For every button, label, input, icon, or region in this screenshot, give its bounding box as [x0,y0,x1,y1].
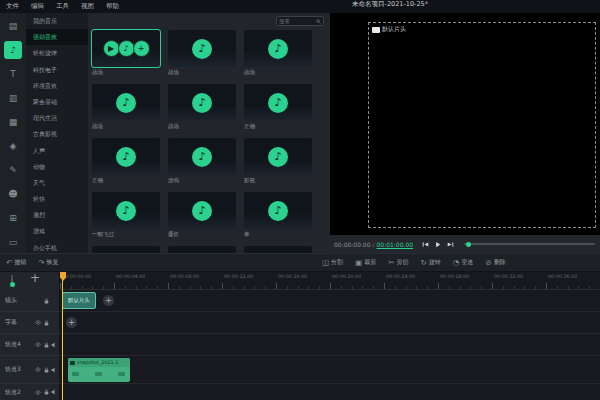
lane-track3[interactable]: snapshot_2021-1 [60,356,600,384]
audio-thumbnail[interactable]: ♪ ▶ ♪ + [244,192,312,229]
clip-handle[interactable] [72,372,79,376]
audio-thumbnail[interactable]: ♪ ▶ ♪ + [168,138,236,175]
menu-item[interactable]: 文件 [6,2,19,11]
audio-item[interactable]: ♪ ▶ ♪ + 游戏 [168,138,236,192]
audio-thumbnail[interactable]: ♪ ▶ ♪ + [92,84,160,121]
search-box[interactable] [276,16,324,26]
add-subtitle-button[interactable]: + [66,317,77,328]
eye-icon[interactable] [35,367,41,372]
tool-button[interactable]: ▣ 裁剪 [355,258,376,267]
redo-button[interactable]: ↷ 恢复 [38,258,58,267]
audio-thumbnail[interactable]: ♪ ▶ ♪ + [244,246,312,253]
speaker-icon[interactable] [51,389,57,395]
add-clip-button[interactable]: + [103,295,114,306]
eye-icon[interactable] [35,390,41,395]
lane-camera[interactable]: 默认片头 + [60,290,600,312]
category-item[interactable]: 强劲音效 [26,29,88,45]
category-item[interactable]: 科技电子 [26,62,88,78]
titles-icon[interactable]: T [4,65,22,83]
lock-icon[interactable] [44,320,49,326]
timeline-zoom-slider[interactable] [11,275,13,287]
category-item[interactable]: 天气 [26,175,88,191]
menu-item[interactable]: 帮助 [106,2,119,11]
category-item[interactable]: 轻快 [26,191,88,207]
tool-button[interactable]: ◫ 分割 [322,258,343,267]
category-item[interactable]: 动物 [26,159,88,175]
track-header[interactable]: 轨道4 [0,334,60,356]
tool-button[interactable]: ✂ 剪切 [388,258,408,267]
media-icon[interactable]: ▤ [4,17,22,35]
audio-item[interactable]: ♪ ▶ ♪ + 战场 [92,30,160,84]
audio-item[interactable]: ♪ ▶ ♪ + 一颗飞过 [92,192,160,246]
speaker-icon[interactable] [51,367,57,373]
audio-thumbnail[interactable]: ♪ ▶ ♪ + [244,30,312,67]
audio-thumbnail[interactable]: ♪ ▶ ♪ + [92,138,160,175]
slider-knob[interactable] [466,242,471,247]
clip-handle[interactable] [118,372,125,376]
eye-icon[interactable] [35,320,41,325]
audio-item[interactable]: ♪ ▶ ♪ + 拳 [244,192,312,246]
opening-title-clip[interactable]: 默认片头 [62,292,96,309]
category-item[interactable]: 聚会基础 [26,94,88,110]
audio-thumbnail[interactable]: ♪ ▶ ♪ + [168,84,236,121]
audio-thumbnail[interactable]: ♪ ▶ ♪ + [168,30,236,67]
category-item[interactable]: 古典影视 [26,126,88,142]
timeline-ruler[interactable]: 00:00:00.0000:00:04.0000:00:08.0000:00:1… [60,272,600,290]
category-item[interactable]: 人声 [26,143,88,159]
tool-button[interactable]: ⊘ 删除 [485,258,505,267]
menu-item[interactable]: 工具 [56,2,69,11]
track-header[interactable]: 轨道3 [0,356,60,384]
tool-button[interactable]: ◔ 变速 [453,258,474,267]
audio-thumbnail[interactable]: ♪ ▶ ♪ + [244,138,312,175]
track-header[interactable]: 字幕 [0,312,60,334]
lock-icon[interactable] [44,298,49,304]
audio-thumbnail[interactable]: ♪ ▶ ♪ + [168,246,236,253]
effects-icon[interactable]: ◈ [4,137,22,155]
record-icon[interactable]: ✎ [4,161,22,179]
category-item[interactable]: 环境音效 [26,78,88,94]
lock-icon[interactable] [44,389,49,395]
search-input[interactable] [279,18,316,24]
audio-thumbnail[interactable]: ♪ ▶ ♪ + [92,192,160,229]
category-item[interactable]: 现代生活 [26,110,88,126]
preview-progress-slider[interactable] [464,243,595,245]
audio-item[interactable]: ♪ ▶ ♪ + [92,246,160,253]
category-item[interactable]: 我的音乐 [26,13,88,29]
audio-thumbnail[interactable]: ♪ ▶ ♪ + [92,30,160,67]
lane-track2[interactable] [60,384,600,400]
audio-item[interactable]: ♪ ▶ ♪ + 正确 [92,138,160,192]
play-icon[interactable]: ▶ [103,40,120,57]
lane-subtitle[interactable]: + [60,312,600,334]
transitions-icon[interactable]: ▥ [4,89,22,107]
person-icon[interactable]: ☻ [4,185,22,203]
audio-item[interactable]: ♪ ▶ ♪ + 正确 [244,84,312,138]
audio-item[interactable]: ♪ ▶ ♪ + 战场 [168,84,236,138]
tool-button[interactable]: ↻ 旋转 [420,258,440,267]
audio-item[interactable]: ♪ ▶ ♪ + 爆炸 [168,192,236,246]
elements-icon[interactable]: ▦ [4,113,22,131]
audio-item[interactable]: ♪ ▶ ♪ + 战场 [244,30,312,84]
audio-item[interactable]: ♪ ▶ ♪ + [244,246,312,253]
category-item[interactable]: 激烈 [26,207,88,223]
category-item[interactable]: 游戏 [26,223,88,239]
lock-icon[interactable] [44,342,49,348]
clip-handle[interactable] [95,372,102,376]
duration-time[interactable]: 00:01:00.00 [377,241,414,248]
lane-track4[interactable] [60,334,600,356]
previous-frame-button[interactable] [422,241,429,248]
clip-selection-rect[interactable] [368,22,596,228]
lock-icon[interactable] [44,367,49,373]
device-icon[interactable]: ▭ [4,233,22,251]
audio-item[interactable]: ♪ ▶ ♪ + 影视 [244,138,312,192]
menu-item[interactable]: 视图 [81,2,94,11]
category-item[interactable]: 办公手机 [26,240,88,253]
eye-icon[interactable] [35,342,41,347]
add-to-timeline-icon[interactable]: + [133,40,150,57]
menu-item[interactable]: 编辑 [31,2,44,11]
audio-item[interactable]: ♪ ▶ ♪ + 战场 [168,30,236,84]
split-screen-icon[interactable]: ⊞ [4,209,22,227]
audio-thumbnail[interactable]: ♪ ▶ ♪ + [92,246,160,253]
track-header[interactable]: 轨道2 [0,384,60,400]
track-header[interactable]: 镜头 [0,290,60,312]
audio-thumbnail[interactable]: ♪ ▶ ♪ + [244,84,312,121]
